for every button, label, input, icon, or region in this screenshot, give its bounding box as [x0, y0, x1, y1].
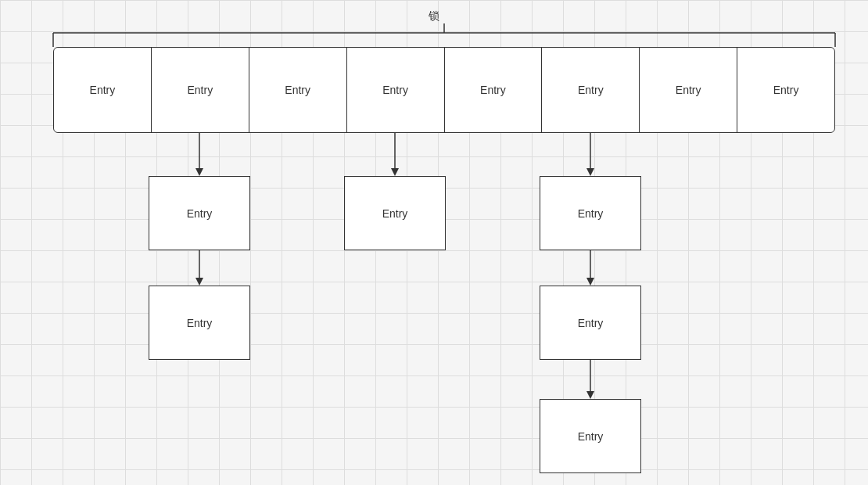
- col6-entry1: Entry: [540, 176, 641, 250]
- top-entry-5: Entry: [445, 48, 543, 132]
- top-entry-8: Entry: [737, 48, 834, 132]
- lock-label: 锁: [429, 9, 439, 23]
- col5-entry1: Entry: [344, 176, 446, 250]
- top-row-box: Entry Entry Entry Entry Entry Entry Entr…: [53, 47, 835, 133]
- top-entry-3: Entry: [249, 48, 347, 132]
- top-entry-4: Entry: [347, 48, 445, 132]
- top-entry-6: Entry: [542, 48, 640, 132]
- top-entry-7: Entry: [640, 48, 737, 132]
- col2-entry1: Entry: [149, 176, 250, 250]
- top-entry-1: Entry: [54, 48, 152, 132]
- col6-entry2: Entry: [540, 286, 641, 360]
- col2-entry2: Entry: [149, 286, 250, 360]
- top-entry-2: Entry: [152, 48, 249, 132]
- col6-entry3: Entry: [540, 399, 641, 473]
